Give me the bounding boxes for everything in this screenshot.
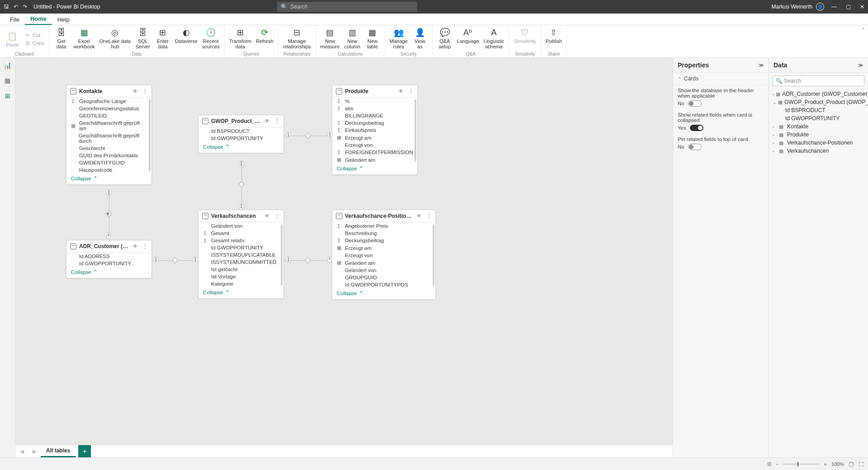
cut-icon: ✂ bbox=[24, 32, 31, 38]
database-icon: 🗄 bbox=[56, 28, 67, 38]
dataverse-icon: ◐ bbox=[181, 28, 192, 38]
publish-icon: ⇧ bbox=[548, 28, 559, 38]
sensitivity-button[interactable]: 🛡Sensitivity bbox=[512, 27, 538, 45]
user-area[interactable]: Markus Weinerth 👤 bbox=[772, 3, 824, 11]
sensitivity-icon: 🛡 bbox=[519, 28, 530, 38]
user-avatar-icon: 👤 bbox=[816, 3, 824, 11]
excel-button[interactable]: ▦Excel workbook bbox=[72, 27, 97, 50]
onelake-icon: ◎ bbox=[109, 28, 120, 38]
refresh-button[interactable]: ⟳Refresh bbox=[254, 27, 275, 45]
qa-icon: 💬 bbox=[439, 28, 450, 38]
maximize-icon[interactable]: ▢ bbox=[846, 4, 851, 10]
minimize-icon[interactable]: — bbox=[831, 4, 837, 10]
save-icon[interactable]: 🖫 bbox=[4, 4, 9, 10]
paste-button[interactable]: 📋Paste bbox=[3, 30, 22, 48]
undo-icon[interactable]: ↶ bbox=[14, 4, 18, 10]
cut-button[interactable]: ✂Cut bbox=[23, 32, 46, 39]
view-as-button[interactable]: 👤View as bbox=[410, 27, 429, 50]
linguistic-button[interactable]: ALinguistic schema bbox=[482, 27, 506, 50]
publish-button[interactable]: ⇧Publish bbox=[544, 27, 564, 45]
language-button[interactable]: AᵇLanguage bbox=[455, 27, 481, 45]
manage-roles-button[interactable]: 👥Manage roles bbox=[388, 27, 410, 50]
onelake-button[interactable]: ◎OneLake data hub bbox=[98, 27, 132, 50]
search-placeholder: Search bbox=[290, 4, 307, 10]
user-name: Markus Weinerth bbox=[772, 4, 812, 10]
ribbon: 📋Paste ✂Cut ⧉Copy Clipboard 🗄Get data ▦E… bbox=[0, 25, 868, 58]
recent-sources-button[interactable]: 🕓Recent sources bbox=[200, 27, 222, 50]
excel-icon: ▦ bbox=[79, 28, 90, 38]
sql-icon: 🗄 bbox=[137, 28, 148, 38]
collapse-ribbon-icon[interactable]: ⌃ bbox=[862, 27, 865, 32]
get-data-button[interactable]: 🗄Get data bbox=[52, 27, 71, 50]
new-column-button[interactable]: ▥New column bbox=[342, 27, 362, 50]
paste-icon: 📋 bbox=[7, 31, 18, 41]
enter-data-icon: ⊞ bbox=[157, 28, 168, 38]
copy-button[interactable]: ⧉Copy bbox=[23, 39, 46, 47]
title-bar: 🖫 ↶ ↷ Untitled - Power BI Desktop 🔍 Sear… bbox=[0, 0, 868, 14]
relationships-icon: ⊟ bbox=[292, 28, 302, 38]
qa-setup-button[interactable]: 💬Q&A setup bbox=[435, 27, 454, 50]
new-measure-button[interactable]: ▤New measure bbox=[319, 27, 342, 50]
new-table-button[interactable]: ▦New table bbox=[363, 27, 382, 50]
menu-file[interactable]: File bbox=[5, 14, 25, 25]
search-icon: 🔍 bbox=[281, 4, 288, 10]
manage-relationships-button[interactable]: ⊟Manage relationships bbox=[281, 27, 313, 50]
measure-icon: ▤ bbox=[325, 28, 335, 38]
refresh-icon: ⟳ bbox=[259, 28, 270, 38]
menu-help[interactable]: Help bbox=[52, 14, 75, 25]
window-title: Untitled - Power BI Desktop bbox=[33, 4, 100, 10]
column-icon: ▥ bbox=[347, 28, 358, 38]
menu-bar: File Home Help bbox=[0, 14, 868, 25]
redo-icon[interactable]: ↷ bbox=[23, 4, 27, 10]
dataverse-button[interactable]: ◐Dataverse bbox=[173, 27, 199, 45]
transform-icon: ⊞ bbox=[235, 28, 245, 38]
table-icon: ▦ bbox=[367, 28, 378, 38]
copy-icon: ⧉ bbox=[24, 40, 31, 46]
linguistic-icon: A bbox=[488, 28, 499, 38]
recent-icon: 🕓 bbox=[205, 28, 216, 38]
menu-home[interactable]: Home bbox=[25, 14, 52, 25]
close-icon[interactable]: ✕ bbox=[860, 4, 864, 10]
view-as-icon: 👤 bbox=[415, 28, 425, 38]
roles-icon: 👥 bbox=[393, 28, 404, 38]
transform-data-button[interactable]: ⊞Transform data bbox=[227, 27, 254, 50]
global-search[interactable]: 🔍 Search bbox=[277, 2, 417, 12]
language-icon: Aᵇ bbox=[462, 28, 473, 38]
sql-button[interactable]: 🗄SQL Server bbox=[133, 27, 152, 50]
enter-data-button[interactable]: ⊞Enter data bbox=[153, 27, 172, 50]
